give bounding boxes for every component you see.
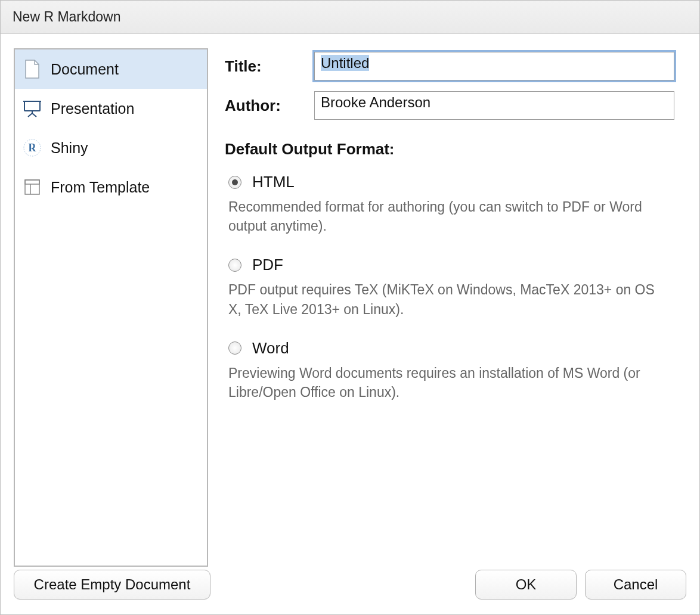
dialog-titlebar: New R Markdown [1,1,699,34]
title-label: Title: [225,57,314,76]
cancel-button-label: Cancel [614,576,658,593]
radio-word[interactable] [228,341,241,355]
document-icon [22,59,42,79]
author-input[interactable]: Brooke Anderson [314,91,674,120]
radio-pdf[interactable] [228,259,241,272]
title-input-value: Untitled [321,55,369,71]
radio-line-word[interactable]: Word [228,339,674,358]
sidebar: Document Presentation [14,48,208,567]
shiny-icon: R [22,138,42,158]
sidebar-item-label: Presentation [51,100,134,117]
create-empty-document-label: Create Empty Document [34,576,191,593]
radio-line-html[interactable]: HTML [228,173,674,191]
radio-html[interactable] [228,176,241,189]
author-row: Author: Brooke Anderson [225,91,674,120]
radio-label-pdf: PDF [252,256,283,274]
ok-button[interactable]: OK [475,570,577,600]
svg-rect-8 [25,180,39,184]
sidebar-item-label: Document [51,61,119,78]
output-format-group: HTML Recommended format for authoring (y… [225,173,674,402]
radio-label-word: Word [252,339,289,358]
dialog-title: New R Markdown [13,9,121,25]
title-row: Title: Untitled [225,52,674,80]
radio-line-pdf[interactable]: PDF [228,256,674,274]
author-input-value: Brooke Anderson [321,94,430,110]
new-r-markdown-dialog: New R Markdown Document [0,0,700,615]
radio-desc-pdf: PDF output requires TeX (MiKTeX on Windo… [228,280,658,318]
sidebar-item-document[interactable]: Document [15,49,207,89]
sidebar-item-label: From Template [51,179,150,196]
sidebar-item-presentation[interactable]: Presentation [15,89,207,128]
radio-desc-html: Recommended format for authoring (you ca… [228,197,658,235]
radio-block-pdf: PDF PDF output requires TeX (MiKTeX on W… [228,256,674,318]
presentation-icon [22,98,42,119]
dialog-footer: Create Empty Document OK Cancel [1,567,699,614]
radio-block-word: Word Previewing Word documents requires … [228,339,674,402]
svg-rect-7 [25,180,39,194]
ok-button-label: OK [516,576,537,593]
title-input[interactable]: Untitled [314,52,674,80]
dialog-body: Document Presentation [1,34,699,567]
svg-text:R: R [29,142,37,154]
sidebar-item-shiny[interactable]: R Shiny [15,128,207,167]
cancel-button[interactable]: Cancel [585,570,686,600]
sidebar-item-label: Shiny [51,139,88,157]
svg-line-3 [28,113,32,117]
create-empty-document-button[interactable]: Create Empty Document [14,570,210,600]
svg-line-4 [32,113,36,117]
radio-block-html: HTML Recommended format for authoring (y… [228,173,674,235]
radio-desc-word: Previewing Word documents requires an in… [228,364,658,402]
content-panel: Title: Untitled Author: Brooke Anderson … [225,48,686,567]
radio-label-html: HTML [252,173,295,191]
template-icon [22,177,42,197]
author-label: Author: [225,97,314,115]
svg-rect-0 [24,101,40,111]
output-format-heading: Default Output Format: [225,140,674,159]
sidebar-item-from-template[interactable]: From Template [15,167,207,207]
